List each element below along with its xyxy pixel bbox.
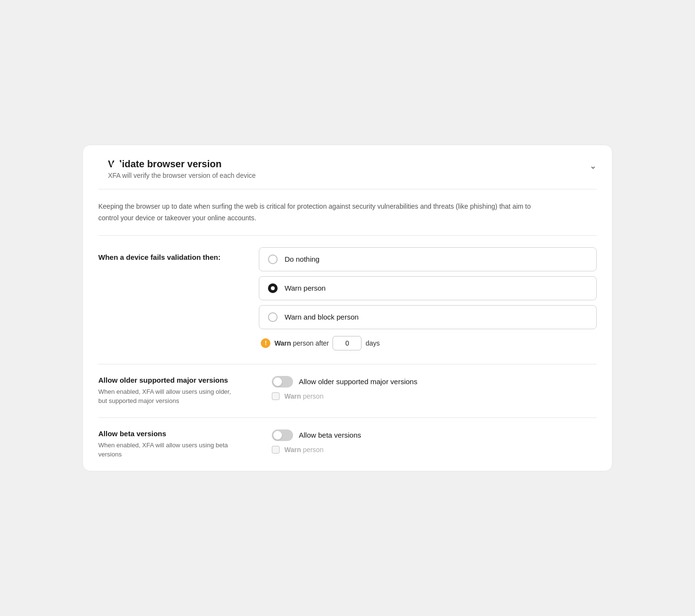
radio-options: Do nothing Warn person Warn and block pe… bbox=[259, 247, 597, 350]
option-warn-person[interactable]: Warn person bbox=[259, 276, 597, 300]
older-versions-left: Allow older supported major versions Whe… bbox=[98, 376, 233, 406]
validation-label: When a device fails validation then: bbox=[98, 247, 220, 261]
beta-versions-left: Allow beta versions When enabled, XFA wi… bbox=[98, 429, 233, 459]
header-title: Validate browser version bbox=[108, 159, 256, 170]
chevron-down-icon[interactable]: ⌄ bbox=[589, 159, 597, 171]
radio-btn-warn-block[interactable] bbox=[268, 312, 278, 322]
settings-card: Validate browser version XFA will verify… bbox=[82, 145, 613, 471]
description-text: Keeping the browser up to date when surf… bbox=[98, 201, 532, 223]
warn-after-row: Warn person after days bbox=[259, 336, 597, 350]
radio-btn-warn-person[interactable] bbox=[268, 283, 278, 293]
beta-versions-desc: When enabled, XFA will allow users using… bbox=[98, 441, 233, 459]
beta-versions-checkbox-row[interactable]: Warn person bbox=[272, 446, 597, 454]
older-versions-checkbox[interactable] bbox=[272, 392, 280, 400]
beta-versions-toggle-thumb bbox=[273, 431, 282, 440]
description-section: Keeping the browser up to date when surf… bbox=[83, 189, 612, 235]
days-label: days bbox=[365, 339, 380, 347]
beta-versions-toggle-row: Allow beta versions bbox=[272, 429, 597, 441]
option-warn-block-label: Warn and block person bbox=[284, 313, 359, 321]
option-do-nothing[interactable]: Do nothing bbox=[259, 247, 597, 271]
validation-section: When a device fails validation then: Do … bbox=[83, 236, 612, 364]
beta-versions-toggle[interactable] bbox=[272, 429, 293, 441]
header-subtitle: XFA will verify the browser version of e… bbox=[108, 172, 256, 179]
older-versions-checkbox-row[interactable]: Warn person bbox=[272, 392, 597, 400]
days-input[interactable] bbox=[333, 336, 361, 350]
beta-versions-section: Allow beta versions When enabled, XFA wi… bbox=[83, 418, 612, 471]
older-versions-toggle-row: Allow older supported major versions bbox=[272, 376, 597, 388]
header-section: Validate browser version XFA will verify… bbox=[83, 145, 612, 189]
beta-versions-checkbox[interactable] bbox=[272, 446, 280, 454]
older-versions-desc: When enabled, XFA will allow users using… bbox=[98, 387, 233, 406]
older-versions-section: Allow older supported major versions Whe… bbox=[83, 364, 612, 417]
warning-icon bbox=[261, 338, 270, 348]
older-versions-title: Allow older supported major versions bbox=[98, 376, 233, 384]
option-warn-block[interactable]: Warn and block person bbox=[259, 305, 597, 329]
warn-after-prefix: Warn person after bbox=[274, 339, 329, 347]
beta-versions-title: Allow beta versions bbox=[98, 429, 233, 438]
header-text: Validate browser version XFA will verify… bbox=[108, 159, 256, 179]
older-versions-toggle-label: Allow older supported major versions bbox=[299, 377, 417, 386]
beta-versions-toggle-label: Allow beta versions bbox=[299, 431, 361, 439]
header-left: Validate browser version XFA will verify… bbox=[98, 159, 256, 179]
option-warn-person-label: Warn person bbox=[284, 284, 325, 292]
older-versions-checkbox-label: Warn person bbox=[284, 392, 323, 400]
beta-versions-right: Allow beta versions Warn person bbox=[272, 429, 597, 454]
older-versions-toggle-thumb bbox=[273, 377, 282, 386]
radio-btn-do-nothing[interactable] bbox=[268, 254, 278, 264]
older-versions-toggle[interactable] bbox=[272, 376, 293, 388]
option-do-nothing-label: Do nothing bbox=[284, 255, 320, 263]
older-versions-right: Allow older supported major versions War… bbox=[272, 376, 597, 400]
beta-versions-checkbox-label: Warn person bbox=[284, 446, 323, 454]
